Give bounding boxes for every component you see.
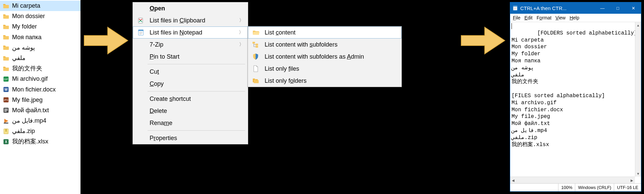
scroll-up-icon[interactable]: ▲	[635, 22, 641, 28]
explorer-file-list: Mi carpeta Mon dossier My folder Моя пап…	[0, 0, 80, 194]
menu-7zip[interactable]: 7-Zip 〉	[133, 39, 248, 51]
context-menu: Open List files in Clipboard 〉 List file…	[132, 2, 248, 144]
zip-icon	[3, 128, 9, 135]
minimize-button[interactable]: —	[595, 2, 610, 14]
menu-open[interactable]: Open	[133, 2, 248, 14]
menu-cut[interactable]: Cut	[133, 66, 248, 78]
submenu-list-content[interactable]: List content	[248, 26, 401, 39]
item-label: My folder	[12, 22, 37, 31]
text-area[interactable]: [FOLDERS sorted alphabetically] Mi carpe…	[510, 22, 641, 156]
clipboard-icon	[137, 17, 144, 24]
menu-copy[interactable]: Copy	[133, 78, 248, 90]
folder-icon	[3, 23, 9, 30]
menu-edit[interactable]: Edit	[525, 15, 533, 20]
menu-properties[interactable]: Properties	[133, 132, 248, 144]
item-label: 我的档案.xlsx	[12, 137, 48, 146]
menu-create-shortcut[interactable]: Create shortcut	[133, 93, 248, 105]
txt-icon	[3, 107, 9, 114]
file-icon	[252, 65, 259, 72]
list-item[interactable]: My folder	[0, 21, 80, 32]
shield-icon	[252, 53, 259, 60]
notepad-icon	[512, 5, 518, 11]
list-item[interactable]: Мой файл.txt	[0, 105, 80, 116]
scroll-left-icon[interactable]: ◀	[510, 177, 516, 184]
list-item[interactable]: My file.jpeg	[0, 95, 80, 105]
mp4-icon	[3, 118, 9, 124]
menu-label: List content with subfolders	[265, 41, 337, 48]
notepad-window: CTRL+A then CTR... — □ ✕ File Edit Forma…	[510, 2, 641, 192]
folder-icon	[3, 13, 9, 20]
menu-label: List only files	[265, 65, 299, 72]
submenu-arrow-icon: 〉	[239, 29, 244, 36]
menu-label: List content	[265, 29, 296, 36]
menu-separator	[148, 91, 245, 91]
folder-open-icon	[252, 29, 260, 36]
menu-label: 7-Zip	[150, 41, 163, 48]
folder-tree-icon	[252, 41, 259, 48]
menu-label: List only folders	[265, 77, 307, 84]
menu-pin-to-start[interactable]: Pin to Start	[133, 51, 248, 63]
menu-view[interactable]: View	[555, 15, 566, 20]
item-label: Mon dossier	[12, 12, 45, 20]
xlsx-icon	[3, 138, 9, 145]
close-button[interactable]: ✕	[626, 2, 641, 14]
menu-label: Rename	[150, 120, 172, 127]
maximize-button[interactable]: □	[610, 2, 626, 14]
jpeg-icon	[3, 96, 9, 103]
list-item[interactable]: پوشه من	[0, 43, 80, 53]
submenu-arrow-icon: 〉	[239, 42, 244, 48]
item-label: ملفي	[12, 54, 25, 62]
menu-list-clipboard[interactable]: List files in Clipboard 〉	[133, 14, 248, 26]
list-item[interactable]: Mi carpeta	[0, 1, 80, 11]
menu-label: Create shortcut	[150, 95, 191, 103]
menu-rename[interactable]: Rename	[133, 117, 248, 129]
menu-label: Copy	[150, 80, 164, 87]
menu-label: List files in Clipboard	[150, 17, 205, 24]
menu-help[interactable]: Help	[570, 15, 579, 20]
vertical-scrollbar[interactable]: ▲ ▼	[635, 22, 641, 177]
submenu-list-admin[interactable]: List content with subfolders as Admin	[248, 51, 401, 63]
item-label: Mi archivo.gif	[12, 75, 48, 83]
status-eol: Windows (CRLF)	[575, 184, 614, 191]
menu-label: Cut	[150, 68, 159, 75]
list-item[interactable]: ملفي.zip	[0, 126, 80, 136]
folder-icon	[3, 65, 9, 72]
menu-delete[interactable]: Delete	[133, 105, 248, 117]
menu-label: List content with subfolders as Admin	[265, 53, 364, 60]
folders-icon	[252, 77, 259, 84]
list-item[interactable]: فايل من.mp4	[0, 116, 80, 126]
menu-format[interactable]: Format	[537, 15, 551, 20]
menu-separator	[148, 130, 245, 131]
menu-separator	[148, 64, 245, 64]
item-label: Mon fichier.docx	[12, 85, 56, 94]
item-label: پوشه من	[12, 44, 35, 52]
folder-icon	[3, 55, 9, 62]
list-item[interactable]: 我的档案.xlsx	[0, 136, 80, 147]
titlebar[interactable]: CTRL+A then CTR... — □ ✕	[510, 2, 641, 14]
scroll-down-icon[interactable]: ▼	[635, 171, 641, 177]
item-label: Мой файл.txt	[12, 106, 49, 115]
text-caret	[512, 23, 512, 29]
status-zoom: 100%	[558, 184, 575, 191]
submenu-list-files[interactable]: List only files	[248, 63, 401, 75]
menu-label: Pin to Start	[150, 53, 179, 60]
item-label: My file.jpeg	[12, 96, 43, 104]
horizontal-scrollbar[interactable]: ◀ ▶	[510, 177, 635, 183]
item-label: 我的文件夹	[12, 64, 42, 73]
list-item[interactable]: Mi archivo.gif	[0, 74, 80, 84]
menu-file[interactable]: File	[513, 15, 521, 20]
submenu-list-folders[interactable]: List only folders	[248, 75, 401, 87]
item-label: فايل من.mp4	[12, 117, 46, 125]
list-item[interactable]: Mon fichier.docx	[0, 84, 80, 95]
list-item[interactable]: Моя папка	[0, 32, 80, 43]
list-item[interactable]: 我的文件夹	[0, 63, 80, 74]
list-item[interactable]: Mon dossier	[0, 11, 80, 21]
folder-icon	[3, 3, 9, 9]
submenu-list-subfolders[interactable]: List content with subfolders	[248, 39, 401, 51]
scroll-right-icon[interactable]: ▶	[629, 177, 635, 184]
list-item[interactable]: ملفي	[0, 53, 80, 63]
menu-list-notepad[interactable]: List files in Notepad 〉	[133, 26, 248, 39]
menubar: File Edit Format View Help	[510, 14, 641, 22]
flow-arrow-icon	[83, 25, 129, 57]
status-encoding: UTF-16 LE	[614, 184, 641, 191]
